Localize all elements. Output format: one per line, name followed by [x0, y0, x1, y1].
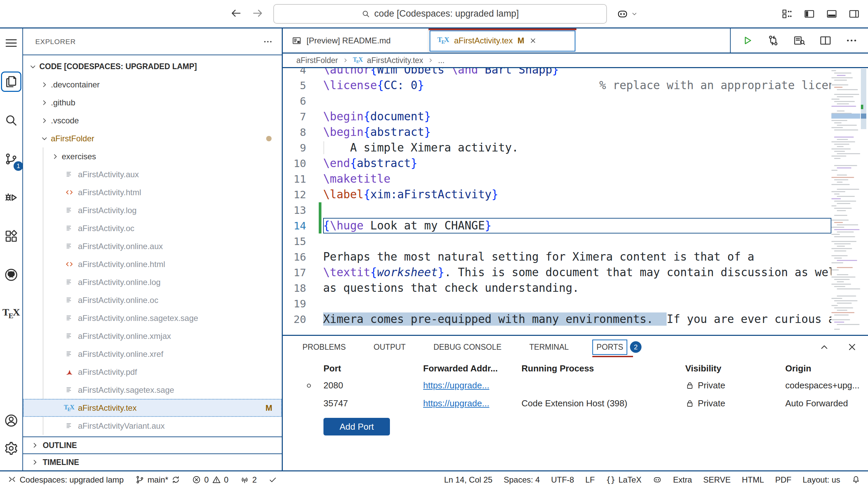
- activity-run-debug[interactable]: [2, 188, 20, 207]
- code-line-9[interactable]: 9 A simple Ximera activity.: [283, 140, 831, 156]
- code-line-13[interactable]: 13: [283, 202, 831, 218]
- open-preview-side-button[interactable]: [793, 34, 806, 47]
- toggle-secondary-sidebar-button[interactable]: [848, 8, 860, 20]
- code-line-17[interactable]: 17\textit{worksheet}. This is some docum…: [283, 265, 831, 280]
- code-line-15[interactable]: 15: [283, 233, 831, 249]
- breadcrumb-item[interactable]: ...: [438, 56, 445, 65]
- close-tab-icon[interactable]: [529, 37, 537, 45]
- code-line-4[interactable]: 4\author{Wim Obbels \and Bart Snapp}: [283, 68, 831, 78]
- close-panel-button[interactable]: [846, 341, 858, 353]
- activity-source-control[interactable]: 1: [2, 150, 20, 168]
- tree-item[interactable]: aFirstActivity.online.xref: [23, 345, 282, 363]
- status-encoding[interactable]: UTF-8: [551, 475, 574, 485]
- ports-column-header[interactable]: Visibility: [685, 360, 785, 377]
- ports-column-header[interactable]: Running Process: [521, 360, 685, 377]
- visibility-cell[interactable]: Private: [685, 394, 785, 412]
- port-cell[interactable]: 2080: [323, 377, 423, 394]
- copilot-menu[interactable]: [616, 8, 638, 20]
- breadcrumb[interactable]: aFirstFolderTEXaFirstActivity.tex...: [283, 54, 868, 68]
- open-changes-button[interactable]: [767, 34, 780, 47]
- code-line-19[interactable]: 19: [283, 296, 831, 311]
- status-extra[interactable]: Extra: [673, 475, 692, 485]
- status-notifications[interactable]: [851, 475, 861, 484]
- activity-github[interactable]: [2, 266, 20, 284]
- tree-item[interactable]: aFirstActivityVariant.aux: [23, 417, 282, 435]
- status-cursor-position[interactable]: Ln 14, Col 25: [444, 475, 493, 485]
- tree-item[interactable]: aFirstActivity.online.html: [23, 255, 282, 273]
- panel-tab-debug-console[interactable]: DEBUG CONSOLE: [429, 340, 506, 355]
- status-eol[interactable]: LF: [585, 475, 595, 485]
- ports-column-header[interactable]: Forwarded Addr...: [423, 360, 521, 377]
- status-problems[interactable]: 00: [192, 475, 229, 485]
- scrollbar-slider[interactable]: [861, 69, 866, 129]
- tree-item[interactable]: aFirstActivity.online.sagetex.sage: [23, 309, 282, 327]
- code-line-12[interactable]: 12\label{xim:aFirstActivity}: [283, 187, 831, 202]
- status-language-mode[interactable]: {}LaTeX: [606, 475, 642, 485]
- panel-tab-problems[interactable]: PROBLEMS: [298, 340, 350, 355]
- activity-latex[interactable]: TEX: [2, 304, 20, 323]
- tree-item[interactable]: .devcontainer: [23, 76, 282, 94]
- panel-tab-output[interactable]: OUTPUT: [370, 340, 410, 355]
- port-cell[interactable]: 35747: [323, 394, 423, 412]
- tree-item[interactable]: aFirstActivity.log: [23, 201, 282, 219]
- toggle-primary-sidebar-button[interactable]: [804, 8, 815, 20]
- tree-item[interactable]: CODE [CODESPACES: UPGRADED LAMP]: [23, 58, 282, 76]
- panel-tab-terminal[interactable]: TERMINAL: [525, 340, 573, 355]
- tree-item[interactable]: aFirstActivity.sagetex.sage: [23, 381, 282, 399]
- sidebar-section-timeline[interactable]: TIMELINE: [23, 453, 282, 470]
- code-line-8[interactable]: 8\begin{abstract}: [283, 124, 831, 140]
- panel-tab-ports[interactable]: PORTS2: [592, 340, 642, 355]
- customize-layout-button[interactable]: [781, 8, 793, 20]
- tree-item[interactable]: aFirstActivity.pdf: [23, 363, 282, 381]
- tree-item[interactable]: aFirstActivity.online.oc: [23, 291, 282, 309]
- code-line-14[interactable]: 14{\huge Look at my CHANGE}: [283, 218, 831, 233]
- visibility-cell[interactable]: Private: [685, 377, 785, 394]
- activity-accounts[interactable]: [2, 411, 20, 430]
- sidebar-section-outline[interactable]: OUTLINE: [23, 436, 282, 453]
- back-button[interactable]: [230, 7, 242, 20]
- status-pdf[interactable]: PDF: [775, 475, 791, 485]
- ports-column-header[interactable]: Origin: [785, 360, 868, 377]
- activity-explorer[interactable]: [2, 73, 20, 91]
- split-editor-button[interactable]: [819, 34, 832, 47]
- status-indentation[interactable]: Spaces: 4: [504, 475, 540, 485]
- tree-item[interactable]: exercises: [23, 147, 282, 165]
- breadcrumb-item[interactable]: aFirstActivity.tex: [367, 56, 423, 65]
- forwarded-address-link[interactable]: https://upgrade...: [423, 398, 489, 409]
- code-line-7[interactable]: 7\begin{document}: [283, 109, 831, 124]
- tree-item[interactable]: aFirstActivity.online.aux: [23, 237, 282, 255]
- code-line-10[interactable]: 10\end{abstract}: [283, 156, 831, 171]
- status-html[interactable]: HTML: [742, 475, 764, 485]
- code-editor[interactable]: 4\author{Wim Obbels \and Bart Snapp}5\li…: [283, 68, 831, 335]
- editor-scrollbar[interactable]: [860, 68, 867, 335]
- tree-item[interactable]: aFirstActivity.online.log: [23, 273, 282, 291]
- activity-settings[interactable]: [2, 439, 20, 458]
- status-checks[interactable]: [268, 475, 277, 484]
- code-line-20[interactable]: 20Ximera comes pre-equipped with many en…: [283, 311, 831, 327]
- run-button[interactable]: [741, 34, 753, 47]
- tree-item[interactable]: TEXaFirstActivity.texM: [23, 399, 282, 417]
- code-line-6[interactable]: 6: [283, 93, 831, 109]
- activity-search[interactable]: [2, 111, 20, 129]
- status-branch[interactable]: main*: [135, 475, 180, 485]
- more-actions-icon[interactable]: [263, 37, 273, 47]
- breadcrumb-item[interactable]: aFirstFolder: [296, 56, 338, 65]
- status-remote-indicator[interactable]: Codespaces: upgraded lamp: [7, 475, 124, 485]
- command-center-search[interactable]: code [Codespaces: upgraded lamp]: [273, 4, 607, 24]
- code-line-18[interactable]: 18as questions that check understanding.: [283, 280, 831, 296]
- tree-item[interactable]: aFirstActivity.aux: [23, 165, 282, 183]
- tab-aFirstActivity.tex[interactable]: TEXaFirstActivity.texM: [429, 28, 576, 53]
- code-line-16[interactable]: 16Perhaps the most natural setting for X…: [283, 249, 831, 265]
- tree-item[interactable]: aFirstActivity.oc: [23, 219, 282, 237]
- activity-extensions[interactable]: [2, 227, 20, 245]
- tree-item[interactable]: aFirstActivity.html: [23, 183, 282, 201]
- forward-button[interactable]: [252, 7, 264, 20]
- minimap[interactable]: [831, 68, 860, 335]
- add-port-button[interactable]: Add Port: [323, 418, 390, 435]
- tree-item[interactable]: .github: [23, 94, 282, 111]
- tab-[Preview] README.md[interactable]: [Preview] README.md: [283, 28, 429, 53]
- tree-item[interactable]: aFirstFolder: [23, 129, 282, 147]
- ports-column-header[interactable]: Port: [323, 360, 423, 377]
- status-copilot[interactable]: [653, 475, 662, 484]
- forwarded-address-link[interactable]: https://upgrade...: [423, 380, 489, 391]
